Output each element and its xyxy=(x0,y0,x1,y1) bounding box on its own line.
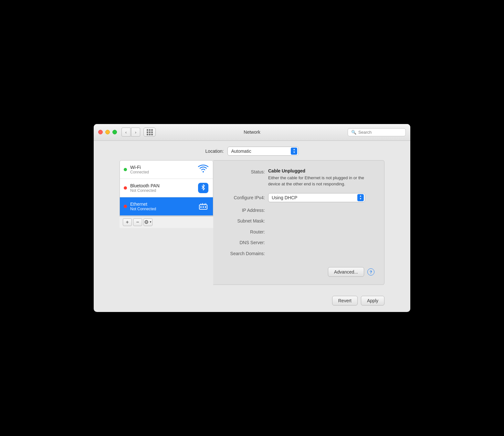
sidebar-footer: + − ⚙ ▼ xyxy=(120,216,213,228)
configure-select-wrap: Using DHCP ▲ ▼ xyxy=(268,193,365,202)
location-toolbar: Location: Automatic ▲ ▼ xyxy=(94,141,410,160)
bluetooth-icon-wrap xyxy=(197,182,209,194)
configure-row: Configure IPv4: Using DHCP ▲ ▼ xyxy=(223,193,374,202)
main-panel: Status: Cable Unplugged Either the cable… xyxy=(213,160,384,285)
bluetooth-status: Not Connected xyxy=(130,188,194,193)
panel-bottom: Advanced... ? xyxy=(223,261,374,277)
sidebar-item-ethernet[interactable]: Ethernet Not Connected xyxy=(120,197,213,216)
sidebar-item-wifi[interactable]: Wi-Fi Connected xyxy=(120,161,213,179)
bluetooth-status-dot xyxy=(124,186,127,190)
titlebar: ‹ › Network 🔍 xyxy=(94,124,410,141)
close-button[interactable] xyxy=(98,130,103,134)
help-button[interactable]: ? xyxy=(367,268,374,275)
location-select-wrap: Automatic ▲ ▼ xyxy=(227,147,299,156)
network-window: ‹ › Network 🔍 Location: Automatic xyxy=(94,124,410,312)
ethernet-text: Ethernet Not Connected xyxy=(130,202,194,211)
wifi-text: Wi-Fi Connected xyxy=(130,165,194,174)
domains-row: Search Domains: xyxy=(223,250,374,257)
back-icon: ‹ xyxy=(125,130,127,135)
status-row: Status: Cable Unplugged Either the cable… xyxy=(223,168,374,187)
sidebar-item-bluetooth[interactable]: Bluetooth PAN Not Connected xyxy=(120,179,213,197)
network-list: Wi-Fi Connected xyxy=(120,161,213,216)
content-area: Wi-Fi Connected xyxy=(94,160,410,292)
wifi-status: Connected xyxy=(130,170,194,174)
revert-button[interactable]: Revert xyxy=(332,296,358,306)
domains-label: Search Domains: xyxy=(223,250,268,257)
remove-button[interactable]: − xyxy=(133,218,142,226)
status-value: Cable Unplugged xyxy=(268,168,372,173)
configure-label: Configure IPv4: xyxy=(223,194,268,201)
wifi-name: Wi-Fi xyxy=(130,165,194,170)
search-box[interactable]: 🔍 xyxy=(348,128,406,136)
location-select[interactable]: Automatic xyxy=(227,147,299,156)
router-label: Router: xyxy=(223,228,268,235)
forward-icon: › xyxy=(135,130,136,135)
add-button[interactable]: + xyxy=(123,218,132,226)
ethernet-status: Not Connected xyxy=(130,207,194,211)
bluetooth-text: Bluetooth PAN Not Connected xyxy=(130,183,194,193)
search-icon: 🔍 xyxy=(351,130,356,135)
back-button[interactable]: ‹ xyxy=(121,128,131,137)
minimize-button[interactable] xyxy=(105,130,110,134)
plus-icon: + xyxy=(126,219,129,225)
search-input[interactable] xyxy=(358,130,402,135)
nav-buttons: ‹ › xyxy=(121,128,140,137)
advanced-button[interactable]: Advanced... xyxy=(328,267,364,277)
gear-arrow-icon: ▼ xyxy=(149,221,152,223)
wifi-icon xyxy=(198,164,208,175)
status-description: Either the cable for Ethernet is not plu… xyxy=(268,175,372,187)
ethernet-icon-wrap xyxy=(197,201,209,212)
subnet-label: Subnet Mask: xyxy=(223,217,268,224)
wifi-icon-wrap xyxy=(197,164,209,175)
grid-icon xyxy=(147,129,153,135)
sidebar: Wi-Fi Connected xyxy=(120,160,213,285)
traffic-lights xyxy=(98,130,117,134)
grid-button[interactable] xyxy=(143,128,156,137)
status-label: Status: xyxy=(223,168,268,175)
maximize-button[interactable] xyxy=(112,130,117,134)
ethernet-name: Ethernet xyxy=(130,202,194,207)
status-content: Cable Unplugged Either the cable for Eth… xyxy=(268,168,372,187)
ethernet-status-dot xyxy=(124,205,127,208)
window-title: Network xyxy=(244,130,260,135)
ip-label: IP Address: xyxy=(223,207,268,214)
bluetooth-name: Bluetooth PAN xyxy=(130,183,194,188)
gear-icon: ⚙ xyxy=(144,219,149,225)
gear-button[interactable]: ⚙ ▼ xyxy=(143,218,152,226)
sidebar-list-container: Wi-Fi Connected xyxy=(120,160,213,216)
bluetooth-icon xyxy=(198,183,208,193)
location-label: Location: xyxy=(205,149,224,154)
minus-icon: − xyxy=(136,219,139,225)
bottom-buttons: Revert Apply xyxy=(94,291,410,312)
svg-point-0 xyxy=(203,171,204,172)
dns-label: DNS Server: xyxy=(223,239,268,246)
router-row: Router: xyxy=(223,228,374,235)
svg-rect-6 xyxy=(200,206,202,208)
forward-button[interactable]: › xyxy=(131,128,140,137)
subnet-row: Subnet Mask: xyxy=(223,217,374,224)
svg-rect-7 xyxy=(203,206,204,208)
apply-button[interactable]: Apply xyxy=(361,296,384,306)
dns-row: DNS Server: xyxy=(223,239,374,246)
ip-row: IP Address: xyxy=(223,207,374,214)
svg-rect-8 xyxy=(205,206,206,208)
configure-select[interactable]: Using DHCP xyxy=(268,193,365,202)
wifi-status-dot xyxy=(124,168,127,171)
